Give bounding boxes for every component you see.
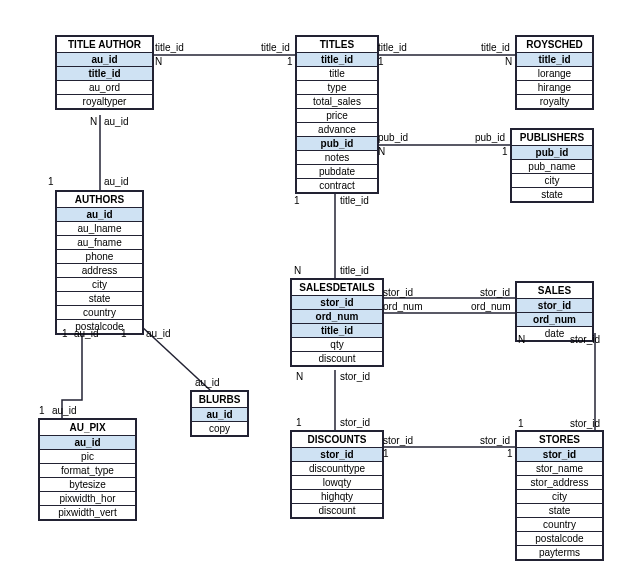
rel-card: N: [90, 116, 97, 127]
entity-column: lorange: [517, 67, 592, 81]
entity-header: DISCOUNTS: [292, 432, 382, 448]
entity-column: phone: [57, 250, 142, 264]
entity-column: royalty: [517, 95, 592, 108]
rel-card: 1: [507, 448, 513, 459]
entity-column: au_id: [57, 208, 142, 222]
entity-discounts: DISCOUNTSstor_iddiscounttypelowqtyhighqt…: [290, 430, 384, 519]
rel-card: 1: [62, 328, 68, 339]
entity-column: lowqty: [292, 476, 382, 490]
entity-authors: AUTHORSau_idau_lnameau_fnamephoneaddress…: [55, 190, 144, 335]
entity-column: pixwidth_hor: [40, 492, 135, 506]
entity-column: pub_id: [297, 137, 377, 151]
entity-column: title_id: [292, 324, 382, 338]
entity-column: ord_num: [292, 310, 382, 324]
rel-card: N: [155, 56, 162, 67]
rel-label: au_id: [104, 176, 128, 187]
rel-label: stor_id: [480, 435, 510, 446]
entity-blurbs: BLURBSau_idcopy: [190, 390, 249, 437]
rel-label: stor_id: [480, 287, 510, 298]
entity-column: copy: [192, 422, 247, 435]
entity-column: au_ord: [57, 81, 152, 95]
entity-header: AUTHORS: [57, 192, 142, 208]
entity-column: stor_name: [517, 462, 602, 476]
entity-column: country: [517, 518, 602, 532]
rel-card: 1: [518, 418, 524, 429]
entity-column: postalcode: [57, 320, 142, 333]
rel-label: stor_id: [383, 435, 413, 446]
rel-card: 1: [121, 328, 127, 339]
entity-header: SALES: [517, 283, 592, 299]
entity-column: stor_address: [517, 476, 602, 490]
entity-title-author: TITLE AUTHORau_idtitle_idau_ordroyaltype…: [55, 35, 154, 110]
entity-publishers: PUBLISHERSpub_idpub_namecitystate: [510, 128, 594, 203]
rel-label: title_id: [155, 42, 184, 53]
entity-column: stor_id: [292, 296, 382, 310]
rel-label: pub_id: [378, 132, 408, 143]
rel-label: au_id: [104, 116, 128, 127]
entity-column: format_type: [40, 464, 135, 478]
entity-header: ROYSCHED: [517, 37, 592, 53]
entity-header: BLURBS: [192, 392, 247, 408]
entity-column: country: [57, 306, 142, 320]
entity-column: discount: [292, 352, 382, 365]
entity-column: stor_id: [517, 448, 602, 462]
entity-column: pubdate: [297, 165, 377, 179]
entity-header: PUBLISHERS: [512, 130, 592, 146]
entity-column: payterms: [517, 546, 602, 559]
entity-column: title: [297, 67, 377, 81]
rel-label: pub_id: [475, 132, 505, 143]
rel-label: ord_num: [471, 301, 510, 312]
entity-salesdetails: SALESDETAILSstor_idord_numtitle_idqtydis…: [290, 278, 384, 367]
entity-column: city: [57, 278, 142, 292]
rel-label: title_id: [261, 42, 290, 53]
entity-header: AU_PIX: [40, 420, 135, 436]
entity-roysched: ROYSCHEDtitle_idlorangehirangeroyalty: [515, 35, 594, 110]
entity-column: pixwidth_vert: [40, 506, 135, 519]
rel-card: 1: [383, 448, 389, 459]
entity-column: city: [512, 174, 592, 188]
rel-card: 1: [296, 417, 302, 428]
rel-card: 1: [48, 176, 54, 187]
rel-label: title_id: [378, 42, 407, 53]
entity-column: title_id: [517, 53, 592, 67]
rel-card: 1: [294, 195, 300, 206]
rel-card: 1: [39, 405, 45, 416]
entity-column: qty: [292, 338, 382, 352]
entity-header: TITLES: [297, 37, 377, 53]
entity-stores: STORESstor_idstor_namestor_addresscityst…: [515, 430, 604, 561]
entity-column: ord_num: [517, 313, 592, 327]
entity-column: total_sales: [297, 95, 377, 109]
entity-column: pub_name: [512, 160, 592, 174]
rel-label: ord_num: [383, 301, 422, 312]
entity-sales: SALESstor_idord_numdate: [515, 281, 594, 342]
rel-label: au_id: [52, 405, 76, 416]
entity-column: address: [57, 264, 142, 278]
entity-column: au_id: [40, 436, 135, 450]
rel-label: title_id: [340, 265, 369, 276]
entity-column: type: [297, 81, 377, 95]
rel-label: stor_id: [340, 417, 370, 428]
rel-label: stor_id: [570, 418, 600, 429]
rel-label: stor_id: [340, 371, 370, 382]
rel-label: title_id: [340, 195, 369, 206]
rel-label: stor_id: [570, 334, 600, 345]
entity-column: pic: [40, 450, 135, 464]
entity-column: postalcode: [517, 532, 602, 546]
rel-card: N: [296, 371, 303, 382]
rel-card: 1: [378, 56, 384, 67]
entity-header: STORES: [517, 432, 602, 448]
entity-column: discounttype: [292, 462, 382, 476]
entity-column: title_id: [297, 53, 377, 67]
entity-column: state: [517, 504, 602, 518]
entity-column: au_lname: [57, 222, 142, 236]
rel-card: N: [518, 334, 525, 345]
entity-column: title_id: [57, 67, 152, 81]
entity-column: advance: [297, 123, 377, 137]
entity-column: pub_id: [512, 146, 592, 160]
entity-column: state: [57, 292, 142, 306]
entity-column: stor_id: [517, 299, 592, 313]
rel-card: 1: [502, 146, 508, 157]
entity-column: price: [297, 109, 377, 123]
rel-label: title_id: [481, 42, 510, 53]
entity-au-pix: AU_PIXau_idpicformat_typebytesizepixwidt…: [38, 418, 137, 521]
